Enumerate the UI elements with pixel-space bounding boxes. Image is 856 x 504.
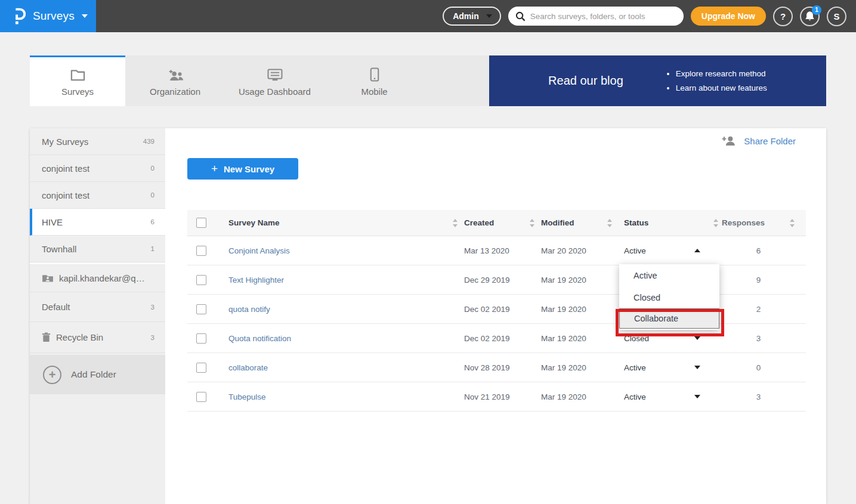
sidebar-item-shared-account[interactable]: kapil.khandekar@que... [30, 262, 165, 292]
responses-cell: 3 [711, 382, 806, 411]
row-checkbox[interactable] [196, 246, 206, 256]
tab-label: Organization [150, 86, 200, 97]
chevron-down-icon [694, 366, 700, 369]
sort-icon[interactable] [529, 219, 535, 227]
header-modified[interactable]: Modified [527, 210, 605, 236]
sidebar-item-hive[interactable]: HIVE 6 [30, 209, 165, 236]
created-cell: Nov 21 2019 [450, 382, 527, 411]
sidebar-item-conjoint-test-2[interactable]: conjoint test 0 [30, 182, 165, 209]
header-created[interactable]: Created [450, 210, 527, 236]
survey-name-link[interactable]: Text Highlighter [228, 276, 284, 285]
questionpro-logo-icon [13, 6, 26, 26]
created-cell: Dec 02 2019 [450, 324, 527, 353]
modified-cell: Mar 19 2020 [527, 324, 605, 353]
help-label: ? [780, 11, 786, 21]
status-option-collaborate[interactable]: Collaborate [619, 308, 719, 329]
plus-icon: + [211, 162, 218, 175]
created-cell: Dec 02 2019 [450, 295, 527, 323]
sort-icon[interactable] [606, 219, 613, 227]
admin-menu[interactable]: Admin [443, 7, 501, 26]
folder-count: 439 [143, 138, 154, 145]
help-button[interactable]: ? [773, 7, 793, 26]
row-checkbox[interactable] [196, 304, 206, 314]
folder-count: 0 [151, 165, 154, 172]
survey-name-link[interactable]: collaborate [228, 363, 268, 372]
banner-bullet: Explore research method [676, 67, 767, 81]
status-dropdown-trigger[interactable]: Active [605, 382, 711, 411]
survey-name-link[interactable]: Conjoint Analysis [228, 246, 290, 255]
responses-cell: 3 [711, 324, 806, 353]
row-checkbox[interactable] [196, 392, 206, 402]
shared-folder-icon [42, 273, 54, 283]
folder-count: 0 [151, 191, 154, 199]
table-row: collaborate Nov 28 2019 Mar 19 2020 Acti… [187, 353, 806, 382]
avatar[interactable]: S [827, 7, 846, 26]
banner-bullet: Learn about new features [676, 81, 767, 95]
status-dropdown-trigger[interactable]: Active [605, 236, 711, 265]
tab-label: Usage Dashboard [239, 86, 311, 97]
person-add-icon [721, 135, 737, 146]
status-option-active[interactable]: Active [619, 264, 719, 286]
created-cell: Nov 28 2019 [450, 353, 527, 382]
sidebar-item-default[interactable]: Default 3 [30, 292, 165, 322]
chevron-up-icon [694, 249, 700, 252]
tab-mobile[interactable]: Mobile [325, 55, 424, 106]
banner-bullets: Explore research method Learn about new … [665, 67, 767, 95]
row-checkbox[interactable] [196, 363, 206, 373]
main-card: My Surveys 439 conjoint test 0 conjoint … [30, 128, 826, 504]
modified-cell: Mar 19 2020 [527, 295, 605, 323]
chevron-down-icon [82, 14, 88, 18]
survey-name-link[interactable]: Tubepulse [228, 392, 266, 401]
modified-cell: Mar 19 2020 [527, 353, 605, 382]
header-survey-name: Survey Name [220, 210, 450, 236]
folder-icon [70, 67, 85, 82]
modified-cell: Mar 19 2020 [527, 265, 605, 294]
blog-banner[interactable]: Read our blog Explore research method Le… [489, 55, 826, 106]
survey-name-link[interactable]: Quota notification [228, 334, 291, 343]
people-add-icon [166, 67, 184, 82]
tab-surveys[interactable]: Surveys [30, 55, 125, 106]
status-dropdown-menu: Active Closed Collaborate [619, 264, 719, 330]
avatar-initial: S [833, 11, 839, 21]
header-responses[interactable]: Responses [711, 210, 806, 236]
created-cell: Dec 29 2019 [450, 265, 527, 294]
row-checkbox[interactable] [196, 275, 206, 285]
product-menu[interactable]: Surveys [0, 0, 96, 32]
sort-icon[interactable] [452, 219, 458, 227]
notifications-button[interactable]: 1 [800, 7, 820, 26]
upgrade-now-button[interactable]: Upgrade Now [691, 7, 766, 26]
folder-count: 1 [151, 245, 154, 252]
add-folder-label: Add Folder [71, 369, 116, 380]
new-survey-button[interactable]: + New Survey [187, 158, 298, 180]
global-search [508, 7, 684, 26]
table-row: Tubepulse Nov 21 2019 Mar 19 2020 Active… [187, 382, 806, 412]
sidebar-item-townhall[interactable]: Townhall 1 [30, 236, 165, 262]
sidebar-item-conjoint-test-1[interactable]: conjoint test 0 [30, 155, 165, 182]
share-folder-button[interactable]: Share Folder [721, 135, 796, 146]
search-input[interactable] [530, 12, 676, 21]
share-folder-label: Share Folder [744, 136, 796, 146]
chevron-down-icon [694, 336, 700, 340]
tab-usage-dashboard[interactable]: Usage Dashboard [225, 55, 325, 106]
add-folder-button[interactable]: + Add Folder [30, 355, 165, 394]
responses-cell: 0 [711, 353, 806, 382]
select-all-checkbox[interactable] [196, 218, 206, 228]
status-dropdown-trigger[interactable]: Active [605, 353, 711, 382]
sort-icon[interactable] [712, 219, 719, 227]
surveys-content: Share Folder + New Survey Survey Name Cr… [165, 128, 826, 504]
row-checkbox[interactable] [196, 333, 206, 344]
header-status[interactable]: Status [605, 210, 711, 236]
dashboard-icon [267, 67, 283, 82]
notification-badge: 1 [812, 5, 821, 15]
modified-cell: Mar 19 2020 [527, 382, 605, 411]
status-option-closed[interactable]: Closed [619, 286, 719, 308]
folders-sidebar: My Surveys 439 conjoint test 0 conjoint … [30, 128, 165, 504]
tab-organization[interactable]: Organization [125, 55, 225, 106]
search-icon [515, 11, 526, 21]
folder-count: 6 [151, 218, 154, 225]
admin-menu-label: Admin [453, 11, 479, 21]
sort-icon[interactable] [789, 219, 795, 227]
survey-name-link[interactable]: quota notify [228, 305, 270, 314]
sidebar-item-recycle-bin[interactable]: Recycle Bin 3 [30, 322, 165, 353]
sidebar-item-my-surveys[interactable]: My Surveys 439 [30, 128, 165, 155]
